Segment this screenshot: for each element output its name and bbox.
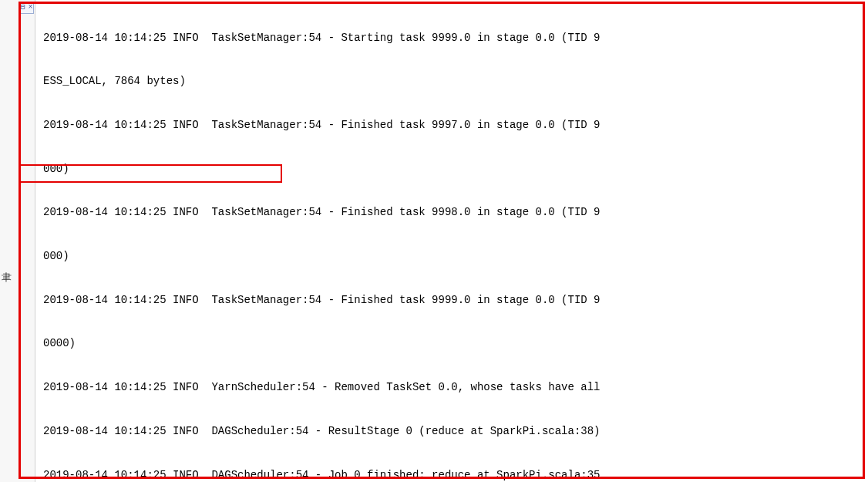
log-line: 000) [43, 162, 868, 177]
log-line: 2019-08-14 10:14:25 INFO TaskSetManager:… [43, 293, 868, 308]
pane-control-badge[interactable]: ⊟ × [19, 2, 34, 14]
sidebar-glyph: 聿 [2, 271, 12, 285]
log-line: 2019-08-14 10:14:25 INFO YarnScheduler:5… [43, 380, 868, 395]
log-line: 2019-08-14 10:14:25 INFO DAGScheduler:54… [43, 468, 868, 483]
log-line: 2019-08-14 10:14:25 INFO TaskSetManager:… [43, 205, 868, 220]
log-line: 2019-08-14 10:14:25 INFO TaskSetManager:… [43, 31, 868, 46]
log-output-pane[interactable]: 2019-08-14 10:14:25 INFO TaskSetManager:… [43, 0, 868, 482]
log-line: ESS_LOCAL, 7864 bytes) [43, 74, 868, 89]
editor-gutter: ⊟ × [0, 0, 35, 482]
log-line: 0000) [43, 336, 868, 351]
log-line: 000) [43, 249, 868, 264]
log-line: 2019-08-14 10:14:25 INFO DAGScheduler:54… [43, 424, 868, 439]
log-line: 2019-08-14 10:14:25 INFO TaskSetManager:… [43, 118, 868, 133]
